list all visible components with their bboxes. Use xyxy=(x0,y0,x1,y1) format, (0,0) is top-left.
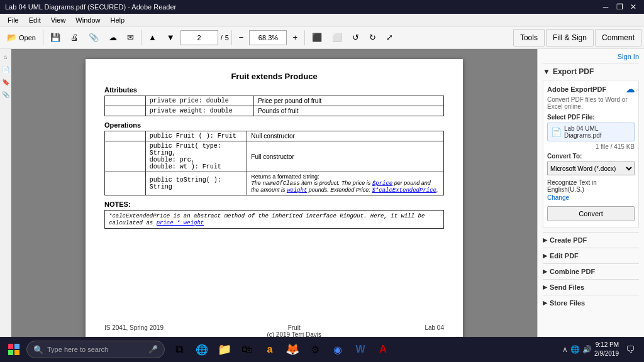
sidebar-bookmark-icon[interactable]: 🔖 xyxy=(1,77,11,87)
edge-icon[interactable]: 🌐 xyxy=(191,338,213,361)
create-pdf-section[interactable]: ▶ Create PDF xyxy=(543,232,639,248)
chevron-up-icon[interactable]: ∧ xyxy=(562,345,568,354)
close-button[interactable]: ✕ xyxy=(628,2,639,12)
comment-button[interactable]: Comment xyxy=(595,29,641,47)
edit-pdf-arrow: ▶ xyxy=(543,253,547,259)
main-area: ⌂ 📄 🔖 📎 Fruit extends Produce Attributes… xyxy=(0,49,644,337)
title-bar-controls: ─ ❐ ✕ xyxy=(600,2,639,12)
time: 9:12 PM xyxy=(594,341,619,349)
chrome-icon[interactable]: ◉ xyxy=(327,338,348,361)
convert-to-select[interactable]: Microsoft Word (*.docx) xyxy=(547,162,635,175)
toolbar-separator xyxy=(43,30,43,45)
pdf-file-name: Lab 04 UML Diagrams.pdf xyxy=(564,125,631,139)
rotate-button[interactable]: ⤢ xyxy=(382,29,397,47)
pdf-page-title: Fruit extends Produce xyxy=(104,72,444,81)
export-collapse-arrow[interactable]: ▼ xyxy=(543,67,550,76)
toolbar-separator-2 xyxy=(141,30,142,45)
task-view-button[interactable]: ⧉ xyxy=(169,338,190,361)
clock[interactable]: 9:12 PM 2/9/2019 xyxy=(594,341,619,358)
edit-pdf-label: Edit PDF xyxy=(550,252,579,260)
zoom-out-button[interactable]: − xyxy=(235,29,248,47)
minimize-button[interactable]: ─ xyxy=(600,2,611,12)
volume-icon[interactable]: 🔊 xyxy=(582,345,592,354)
sign-in-link[interactable]: Sign In xyxy=(543,53,639,63)
restore-button[interactable]: ❐ xyxy=(614,2,625,12)
print-button[interactable]: 🖨 xyxy=(66,29,83,47)
save-button[interactable]: 💾 xyxy=(46,29,65,47)
sidebar-pages-icon[interactable]: 📄 xyxy=(1,64,11,74)
adobe-export-section: Adobe ExportPDF ☁ Convert PDF files to W… xyxy=(543,80,639,228)
file-explorer-icon[interactable]: 📁 xyxy=(214,338,235,361)
menu-bar: File Edit View Window Help xyxy=(0,14,644,26)
notification-button[interactable]: 🗨 xyxy=(621,341,639,358)
menu-file[interactable]: File xyxy=(3,15,24,25)
search-box[interactable]: 🔍 Type here to search 🎤 xyxy=(26,341,165,358)
undo-button[interactable]: ↺ xyxy=(348,29,364,47)
menu-help[interactable]: Help xyxy=(105,15,130,25)
taskbar: 🔍 Type here to search 🎤 ⧉ 🌐 📁 🛍 a 🦊 ⚙ ◉ … xyxy=(0,337,644,362)
cloud-button[interactable]: ☁ xyxy=(104,29,121,47)
cloud-online-icon: ☁ xyxy=(626,84,635,94)
sidebar-attach-icon[interactable]: 📎 xyxy=(1,89,11,99)
word-icon[interactable]: W xyxy=(350,338,371,361)
footer-center: Fruit(c) 2019 Terri Davis xyxy=(267,324,321,337)
title-bar: Lab 04 UML Diagrams.pdf (SECURED) - Adob… xyxy=(0,0,644,14)
create-pdf-label: Create PDF xyxy=(550,236,587,244)
open-label: Open xyxy=(19,34,36,41)
combine-pdf-section[interactable]: ▶ Combine PDF xyxy=(543,263,639,279)
pdf-area[interactable]: Fruit extends Produce Attributes private… xyxy=(11,49,537,337)
page-separator: / xyxy=(221,34,223,41)
pdf-file-count: 1 file / 415 KB xyxy=(547,143,635,150)
menu-window[interactable]: Window xyxy=(70,15,105,25)
notes-section: NOTES: *calcExtendedPrice is an abstract… xyxy=(104,200,444,229)
folder-icon: 📂 xyxy=(7,33,17,42)
store-files-section[interactable]: ▶ Store Files xyxy=(543,295,639,310)
edit-pdf-section[interactable]: ▶ Edit PDF xyxy=(543,248,639,263)
redo-button[interactable]: ↻ xyxy=(365,29,380,47)
sidebar-home-icon[interactable]: ⌂ xyxy=(1,52,11,62)
fill-sign-button[interactable]: Fill & Sign xyxy=(546,29,594,47)
store-files-label: Store Files xyxy=(550,299,585,307)
send-files-section[interactable]: ▶ Send Files xyxy=(543,279,639,295)
combine-pdf-label: Combine PDF xyxy=(550,268,595,275)
open-button[interactable]: 📂 Open xyxy=(3,29,40,47)
zoom-in-button[interactable]: + xyxy=(288,29,302,47)
fit-page-button[interactable]: ⬜ xyxy=(328,29,347,47)
table-row: private weight: double Pounds of fruit xyxy=(105,106,444,116)
toolbar: 📂 Open 💾 🖨 📎 ☁ ✉ ▲ ▼ / 5 − + ⬛ ⬜ ↺ ↻ ⤢ T… xyxy=(0,26,644,49)
network-icon[interactable]: 🌐 xyxy=(570,345,580,354)
attributes-label: Attributes xyxy=(104,86,444,94)
operations-label: Operations xyxy=(104,121,444,129)
convert-to-label: Convert To: xyxy=(547,153,635,160)
attributes-table: private price: double Price per pound of… xyxy=(104,96,444,116)
prev-page-button[interactable]: ▲ xyxy=(144,29,161,47)
steam-icon[interactable]: ⚙ xyxy=(304,338,326,361)
page-number-input[interactable] xyxy=(180,30,218,45)
start-button[interactable] xyxy=(3,338,25,361)
sys-tray: ∧ 🌐 🔊 xyxy=(562,345,592,354)
menu-edit[interactable]: Edit xyxy=(24,15,46,25)
acrobat-icon[interactable]: A xyxy=(372,338,394,361)
zoom-input[interactable] xyxy=(249,30,287,45)
notes-label: NOTES: xyxy=(104,200,131,208)
firefox-icon[interactable]: 🦊 xyxy=(282,338,303,361)
attach-button[interactable]: 📎 xyxy=(84,29,103,47)
next-page-button[interactable]: ▼ xyxy=(162,29,179,47)
menu-view[interactable]: View xyxy=(46,15,71,25)
adobe-export-title: Adobe ExportPDF ☁ xyxy=(547,84,635,94)
tools-button[interactable]: Tools xyxy=(513,29,545,47)
toolbar-separator-3 xyxy=(231,30,232,45)
title-bar-text: Lab 04 UML Diagrams.pdf (SECURED) - Adob… xyxy=(5,3,176,11)
store-icon[interactable]: 🛍 xyxy=(236,338,258,361)
table-row: private price: double Price per pound of… xyxy=(105,96,444,106)
pdf-file-item[interactable]: 📄 Lab 04 UML Diagrams.pdf xyxy=(547,123,635,141)
taskbar-icons: ⧉ 🌐 📁 🛍 a 🦊 ⚙ ◉ W A xyxy=(169,338,394,361)
convert-button[interactable]: Convert xyxy=(547,206,635,221)
change-link[interactable]: Change xyxy=(547,194,635,201)
fit-width-button[interactable]: ⬛ xyxy=(308,29,326,47)
footer-left: IS 2041, Spring 2019 xyxy=(104,324,164,337)
operations-table: public Fruit ( ): Fruit Null constructor… xyxy=(104,131,444,195)
microphone-icon[interactable]: 🎤 xyxy=(148,345,158,354)
amazon-icon[interactable]: a xyxy=(259,338,280,361)
email-button[interactable]: ✉ xyxy=(123,29,138,47)
